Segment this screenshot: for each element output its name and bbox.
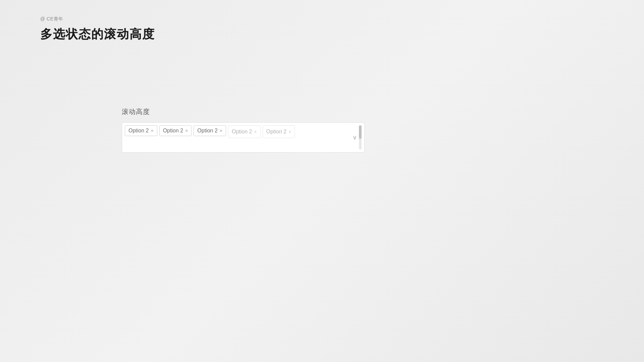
tag-1-close[interactable]: ×: [151, 128, 153, 133]
scrollbar-track[interactable]: [359, 125, 362, 149]
tag-3-label: Option 2: [197, 128, 217, 134]
brand-tag: @ CE青年: [40, 16, 155, 22]
tag-3[interactable]: Option 2 ×: [194, 125, 226, 136]
tag-4[interactable]: Option 2 ×: [228, 125, 261, 138]
tag-4-close[interactable]: ×: [254, 129, 257, 134]
tag-2-close[interactable]: ×: [185, 128, 188, 133]
header: @ CE青年 多选状态的滚动高度: [40, 16, 155, 43]
tag-2-label: Option 2: [163, 128, 183, 134]
tag-5[interactable]: Option 2 ×: [263, 125, 295, 138]
dropdown-arrow-icon[interactable]: ∨: [353, 134, 357, 141]
tag-4-label: Option 2: [232, 129, 252, 135]
section-label: 滚动高度: [122, 107, 365, 116]
tag-5-label: Option 2: [266, 129, 286, 135]
tag-1-label: Option 2: [128, 128, 149, 134]
tag-1[interactable]: Option 2 ×: [125, 125, 157, 136]
page-container: @ CE青年 多选状态的滚动高度 滚动高度 Option 2 × Option …: [0, 0, 644, 362]
tags-row-1: Option 2 × Option 2 × Option 2 ×: [125, 125, 226, 136]
multiselect-container[interactable]: Option 2 × Option 2 × Option 2 × Option …: [122, 122, 365, 153]
tags-row-2: Option 2 × Option 2 ×: [228, 125, 295, 138]
scrollbar-thumb[interactable]: [359, 125, 362, 139]
tag-3-close[interactable]: ×: [220, 128, 222, 133]
tag-5-close[interactable]: ×: [288, 129, 291, 134]
demo-section: 滚动高度 Option 2 × Option 2 × Option 2 ×: [122, 107, 365, 153]
page-title: 多选状态的滚动高度: [40, 26, 155, 43]
tag-2[interactable]: Option 2 ×: [159, 125, 192, 136]
tags-wrapper: Option 2 × Option 2 × Option 2 × Option …: [125, 125, 347, 138]
